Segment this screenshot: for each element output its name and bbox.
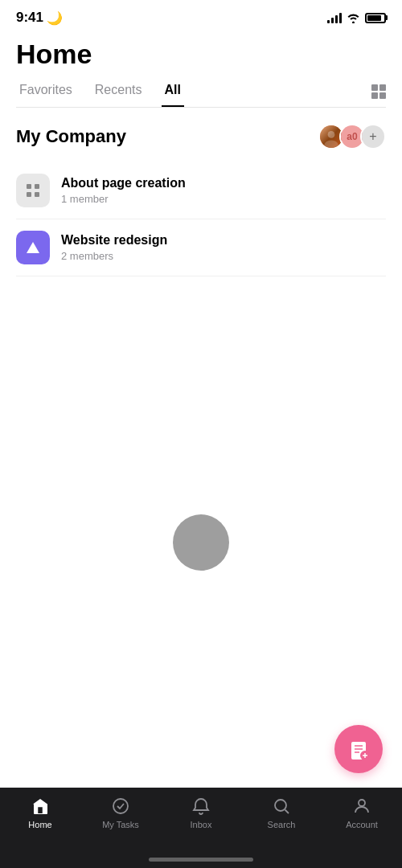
svg-point-18 — [359, 800, 365, 806]
status-time: 9:41 — [16, 10, 43, 26]
nav-my-tasks-label: My Tasks — [102, 820, 139, 829]
project-icon-about — [16, 174, 50, 207]
company-avatars: a0 + — [318, 124, 386, 149]
moon-icon: 🌙 — [47, 10, 63, 26]
grid-toggle-button[interactable] — [371, 84, 386, 105]
project-name-about: About page creation — [61, 176, 386, 190]
project-item-website[interactable]: Website redesign 2 members — [16, 219, 386, 276]
svg-point-1 — [328, 131, 335, 138]
project-info-website: Website redesign 2 members — [61, 233, 386, 262]
check-circle-icon — [110, 796, 131, 817]
person-icon — [351, 796, 372, 817]
nav-home[interactable]: Home — [0, 796, 80, 829]
status-icons — [327, 12, 386, 23]
svg-marker-7 — [27, 242, 39, 253]
project-item-about[interactable]: About page creation 1 member — [16, 162, 386, 219]
bottom-nav: Home My Tasks Inbox Search — [0, 788, 402, 868]
svg-rect-6 — [35, 192, 39, 197]
nav-my-tasks[interactable]: My Tasks — [80, 796, 161, 829]
svg-point-16 — [275, 800, 286, 811]
tab-favorites[interactable]: Favorites — [16, 83, 76, 107]
nav-account-label: Account — [346, 820, 378, 829]
svg-line-17 — [285, 810, 289, 814]
content-area: My Company — [0, 108, 402, 276]
header: Home Favorites Recents All — [0, 31, 402, 108]
battery-icon — [365, 13, 386, 23]
project-name-website: Website redesign — [61, 233, 386, 248]
page-title: Home — [16, 39, 386, 70]
signal-icon — [327, 12, 342, 23]
floating-circle — [173, 514, 229, 571]
home-indicator — [149, 858, 253, 862]
fab-icon — [348, 739, 369, 760]
status-bar: 9:41 🌙 — [0, 0, 402, 31]
project-members-about: 1 member — [61, 193, 386, 205]
project-icon-website — [16, 231, 50, 264]
nav-search-label: Search — [268, 820, 296, 829]
company-header: My Company — [16, 108, 386, 162]
svg-point-15 — [113, 799, 128, 813]
home-icon — [30, 796, 51, 817]
nav-account[interactable]: Account — [322, 796, 402, 829]
tab-recents[interactable]: Recents — [92, 83, 146, 107]
project-members-website: 2 members — [61, 250, 386, 262]
search-icon — [271, 796, 292, 817]
nav-search[interactable]: Search — [241, 796, 322, 829]
svg-rect-3 — [27, 184, 31, 189]
project-info-about: About page creation 1 member — [61, 176, 386, 205]
avatar-add-button[interactable]: + — [360, 124, 386, 149]
nav-inbox[interactable]: Inbox — [161, 796, 241, 829]
svg-rect-4 — [35, 184, 39, 189]
svg-rect-5 — [27, 192, 31, 197]
wifi-icon — [347, 13, 360, 23]
grid-icon — [371, 84, 386, 99]
nav-home-label: Home — [28, 820, 51, 829]
bell-icon — [191, 796, 211, 817]
company-name: My Company — [16, 126, 126, 147]
fab-new-task[interactable] — [334, 725, 383, 773]
tab-all[interactable]: All — [162, 83, 184, 107]
tabs-bar: Favorites Recents All — [16, 83, 386, 108]
nav-inbox-label: Inbox — [191, 820, 212, 829]
